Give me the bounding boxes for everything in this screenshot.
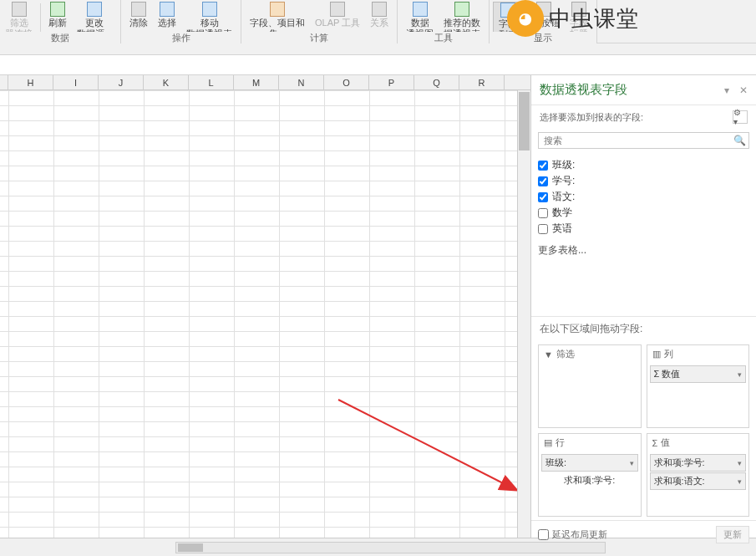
area-rows[interactable]: ▤行 班级:▾ 求和项:学号: [538,433,642,517]
olap-icon [330,2,345,17]
recommend-icon [454,2,469,17]
search-input[interactable] [538,132,749,149]
clear-icon [131,2,146,17]
choose-fields-label: 选择要添加到报表的字段: [540,111,643,124]
chart-icon [413,2,428,17]
area-field[interactable]: Σ 数值▾ [650,365,747,383]
col-header[interactable]: M [234,75,279,89]
formula-bar[interactable] [0,55,756,75]
gear-icon[interactable]: ⚙ ▾ [733,110,748,124]
column-headers: H I J K L M N O P Q R [0,75,530,90]
field-checkbox[interactable] [538,208,548,218]
area-columns[interactable]: ▥列 Σ 数值▾ [647,344,750,428]
pivot-field-pane: 数据透视表字段 ▾ ✕ 选择要添加到报表的字段: ⚙ ▾ 🔍 班级: 学号: [530,75,756,538]
col-header[interactable]: N [279,75,324,89]
field-checkbox[interactable] [538,224,548,234]
col-header[interactable]: Q [414,75,459,89]
field-checkbox[interactable] [538,161,548,171]
field-label[interactable]: 班级: [552,158,575,172]
search-icon[interactable]: 🔍 [733,135,746,146]
columns-icon: ▥ [652,349,661,360]
field-item: 英语 [538,221,749,237]
field-checkbox[interactable] [538,192,548,202]
ribbon: 筛选 器连接 刷新 ▾ 更改 数据源 ▾ 数据 清除 ▾ 选择 ▾ 移动 [0,0,756,43]
area-field[interactable]: 求和项:学号:▾ [650,454,747,472]
more-tables-link[interactable]: 更多表格... [538,237,749,261]
area-filter[interactable]: ▼筛选 [538,344,642,428]
col-header[interactable]: K [144,75,189,89]
pane-menu-icon[interactable]: ▾ [724,84,729,96]
ribbon-divider [0,43,756,55]
pane-close-icon[interactable]: ✕ [739,84,748,96]
move-icon [202,2,217,17]
ribbon-group-label-tool: 工具 [398,32,489,43]
col-header[interactable]: I [53,75,99,89]
col-header[interactable]: J [99,75,144,89]
field-label[interactable]: 数学 [552,206,572,220]
search-box[interactable]: 🔍 [538,132,749,149]
filter-icon [12,2,27,17]
cell-grid[interactable] [0,90,517,538]
filter-icon: ▼ [544,349,553,360]
area-field[interactable]: 班级:▾ [541,454,638,472]
area-field[interactable]: 求和项:语文:▾ [650,472,747,490]
drag-hint-label: 在以下区域间拖动字段: [531,316,756,341]
col-header[interactable]: H [8,75,53,89]
rows-icon: ▤ [544,437,552,448]
col-header[interactable]: P [369,75,414,89]
field-label[interactable]: 语文: [552,190,575,204]
area-values[interactable]: Σ值 求和项:学号:▾ 求和项:语文:▾ [647,433,750,517]
col-header[interactable]: L [189,75,234,89]
field-label[interactable]: 学号: [552,174,575,188]
col-header[interactable]: R [459,75,505,89]
watermark-icon: ◕ [507,0,544,37]
scrollbar-thumb[interactable] [519,92,530,150]
field-item: 语文: [538,189,749,205]
scrollbar-thumb[interactable] [178,543,203,552]
field-item: 学号: [538,173,749,189]
values-icon: Σ [652,438,658,448]
watermark-logo: ◕ 中虫课堂 [507,0,639,37]
datasource-icon [87,2,102,17]
ribbon-relations[interactable]: 关系 [365,2,393,28]
ribbon-group-label-action: 操作 [121,32,241,43]
update-button[interactable]: 更新 [716,526,749,543]
field-item: 数学 [538,205,749,221]
defer-layout-checkbox[interactable]: 延迟布局更新 [538,528,607,541]
relations-icon [372,2,387,17]
field-item: 班级: [538,157,749,173]
ribbon-group-label-calc: 计算 [241,32,397,43]
layout-areas: ▼筛选 ▥列 Σ 数值▾ ▤行 班级:▾ 求和项:学号: Σ值 求和项:学号:▾ [531,341,756,520]
vertical-scrollbar[interactable] [517,90,530,538]
drag-ghost: 求和项:学号: [540,472,639,488]
field-list: 班级: 学号: 语文: 数学 英语 更多表格... [531,152,756,266]
pane-title: 数据透视表字段 [540,82,627,98]
spreadsheet[interactable]: H I J K L M N O P Q R [0,75,530,538]
field-checkbox[interactable] [538,176,548,186]
watermark-text: 中虫课堂 [549,4,639,33]
ribbon-group-label-data: 数据 [0,32,120,43]
select-icon [160,2,175,17]
col-header[interactable]: O [324,75,369,89]
refresh-icon [50,2,65,17]
field-label[interactable]: 英语 [552,222,572,236]
fields-icon [270,2,285,17]
